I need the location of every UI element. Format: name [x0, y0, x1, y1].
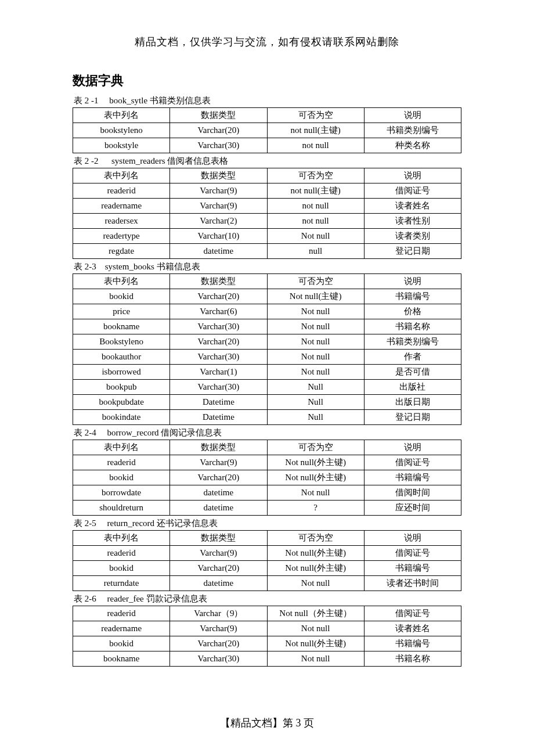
table-cell: Varchar(20) [170, 123, 267, 138]
table-cell: Not null [267, 621, 364, 636]
table-cell: readerid [73, 606, 170, 621]
table-cell: datetime [170, 576, 267, 591]
table-cell: Varchar(10) [170, 229, 267, 244]
table-cell: Varchar(9) [170, 199, 267, 214]
table-row: bookpubVarchar(30)Null出版社 [73, 380, 461, 395]
table-cell: not null [267, 214, 364, 229]
table-header-cell: 表中列名 [73, 108, 170, 123]
table-row: bookindateDatetimeNull登记日期 [73, 410, 461, 425]
table-row: bookstyleVarchar(30)not null种类名称 [73, 138, 461, 153]
table-cell: Not null(外主键) [267, 561, 364, 576]
table-cell: readerid [73, 546, 170, 561]
table-row: readernameVarchar(9)not null读者姓名 [73, 199, 461, 214]
table-cell: ? [267, 501, 364, 516]
table-cell: bookstyleno [73, 123, 170, 138]
table-header-cell: 表中列名 [73, 168, 170, 183]
table-header-row: 表中列名数据类型可否为空说明 [73, 440, 461, 455]
table-cell: bookindate [73, 410, 170, 425]
table-cell: 读者姓名 [364, 199, 461, 214]
table-cell: 读者性别 [364, 214, 461, 229]
table-cell: readername [73, 621, 170, 636]
table-row: bookidVarchar(20)Not null(主键)书籍编号 [73, 289, 461, 304]
table-cell: Varchar(20) [170, 334, 267, 350]
table-row: borrowdatedatetimeNot null借阅时间 [73, 485, 461, 501]
data-table: 表中列名数据类型可否为空说明readeridVarchar(9)not null… [73, 168, 461, 259]
table-cell: borrowdate [73, 485, 170, 501]
table-cell: readerid [73, 183, 170, 199]
table-cell: bookpub [73, 380, 170, 395]
table-cell: Varchar(20) [170, 636, 267, 651]
table-cell: 书籍编号 [364, 636, 461, 651]
table-cell: Not null [267, 485, 364, 501]
table-cell: readertype [73, 229, 170, 244]
table-row: bookauthorVarchar(30)Not null作者 [73, 350, 461, 365]
table-row: readeridVarchar（9）Not null（外主键）借阅证号 [73, 606, 461, 621]
table-cell: Datetime [170, 410, 267, 425]
table-cell: Not null(外主键) [267, 636, 364, 651]
table-row: bookstylenoVarchar(20)not null(主键)书籍类别编号 [73, 123, 461, 138]
table-row: readeridVarchar(9)Not null(外主键)借阅证号 [73, 455, 461, 470]
table-row: readeridVarchar(9)Not null(外主键)借阅证号 [73, 546, 461, 561]
table-row: bookidVarchar(20)Not null(外主键)书籍编号 [73, 470, 461, 485]
table-cell: Varchar(20) [170, 561, 267, 576]
table-cell: Varchar(9) [170, 183, 267, 199]
table-cell: bookid [73, 289, 170, 304]
table-header-cell: 表中列名 [73, 274, 170, 289]
table-cell: Not null [267, 365, 364, 380]
table-cell: Not null（外主键） [267, 606, 364, 621]
table-cell: 价格 [364, 304, 461, 319]
table-cell: Varchar(9) [170, 455, 267, 470]
table-cell: datetime [170, 485, 267, 501]
table-row: shouldreturndatetime?应还时间 [73, 501, 461, 516]
table-caption: 表 2-4 borrow_record 借阅记录信息表 [73, 427, 461, 438]
table-cell: 借阅证号 [364, 183, 461, 199]
table-header-cell: 说明 [364, 440, 461, 455]
table-cell: Not null(主键) [267, 289, 364, 304]
table-row: bookidVarchar(20)Not null(外主键)书籍编号 [73, 636, 461, 651]
table-cell: Not null [267, 319, 364, 334]
table-cell: bookname [73, 651, 170, 667]
table-cell: Not null [267, 334, 364, 350]
table-row: booknameVarchar(30)Not null书籍名称 [73, 651, 461, 667]
table-cell: Datetime [170, 395, 267, 410]
table-row: priceVarchar(6)Not null价格 [73, 304, 461, 319]
table-caption: 表 2-3 system_books 书籍信息表 [73, 261, 461, 272]
tables-container: 表 2 -1 book_sytle 书籍类别信息表表中列名数据类型可否为空说明b… [73, 95, 461, 667]
data-table: 表中列名数据类型可否为空说明bookidVarchar(20)Not null(… [73, 273, 461, 425]
table-row: regdatedatetimenull登记日期 [73, 244, 461, 259]
table-caption: 表 2-5 return_record 还书记录信息表 [73, 518, 461, 529]
table-cell: datetime [170, 501, 267, 516]
table-cell: not null(主键) [267, 183, 364, 199]
table-cell: 读者姓名 [364, 621, 461, 636]
table-header-cell: 说明 [364, 274, 461, 289]
table-cell: 借阅证号 [364, 455, 461, 470]
table-cell: bookstyle [73, 138, 170, 153]
table-cell: 登记日期 [364, 244, 461, 259]
table-cell: 书籍编号 [364, 470, 461, 485]
table-cell: 书籍编号 [364, 561, 461, 576]
table-cell: Varchar(30) [170, 380, 267, 395]
table-cell: Varchar(9) [170, 621, 267, 636]
table-header-cell: 表中列名 [73, 531, 170, 546]
table-cell: Not null [267, 350, 364, 365]
table-header-cell: 数据类型 [170, 274, 267, 289]
table-cell: bookpubdate [73, 395, 170, 410]
table-row: readertypeVarchar(10)Not null读者类别 [73, 229, 461, 244]
table-row: isborrowedVarchar(1)Not null是否可借 [73, 365, 461, 380]
table-cell: 出版社 [364, 380, 461, 395]
table-cell: Varchar(20) [170, 470, 267, 485]
table-cell: 借阅证号 [364, 546, 461, 561]
table-header-cell: 可否为空 [267, 274, 364, 289]
table-row: readeridVarchar(9)not null(主键)借阅证号 [73, 183, 461, 199]
table-cell: 书籍名称 [364, 651, 461, 667]
table-cell: 书籍类别编号 [364, 334, 461, 350]
table-cell: Not null [267, 651, 364, 667]
table-cell: bookid [73, 636, 170, 651]
data-table: 表中列名数据类型可否为空说明readeridVarchar(9)Not null… [73, 530, 461, 591]
data-table: 表中列名数据类型可否为空说明readeridVarchar(9)Not null… [73, 440, 461, 516]
table-cell: Not null [267, 304, 364, 319]
header-notice: 精品文档，仅供学习与交流，如有侵权请联系网站删除 [73, 35, 461, 49]
table-cell: Null [267, 410, 364, 425]
table-cell: readername [73, 199, 170, 214]
table-cell: price [73, 304, 170, 319]
